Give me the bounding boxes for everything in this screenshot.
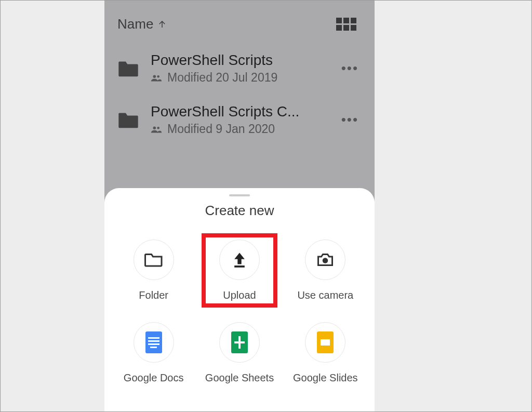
svg-point-1 bbox=[153, 75, 156, 78]
svg-point-4 bbox=[157, 126, 159, 129]
action-grid: Folder Upload bbox=[104, 234, 375, 389]
folder-icon bbox=[117, 111, 139, 129]
action-label: Google Slides bbox=[293, 372, 358, 384]
svg-point-3 bbox=[153, 126, 156, 129]
list-item[interactable]: PowerShell Scripts Modified 20 Jul 2019 … bbox=[104, 43, 375, 94]
file-meta: Modified 9 Jan 2020 bbox=[151, 122, 327, 136]
file-name: PowerShell Scripts bbox=[151, 52, 327, 69]
arrow-up-icon bbox=[157, 20, 167, 29]
folder-icon bbox=[117, 60, 139, 77]
upload-button[interactable]: Upload bbox=[196, 234, 282, 307]
more-options-button[interactable]: ••• bbox=[338, 112, 362, 128]
docs-icon bbox=[134, 322, 174, 363]
svg-point-2 bbox=[157, 75, 159, 77]
camera-icon bbox=[305, 240, 345, 280]
list-header: Name bbox=[104, 1, 375, 43]
file-modified: Modified 9 Jan 2020 bbox=[167, 122, 275, 136]
action-label: Google Sheets bbox=[205, 372, 274, 384]
file-info: PowerShell Scripts C... Modified 9 Jan 2… bbox=[151, 103, 327, 136]
sheet-handle[interactable] bbox=[229, 194, 250, 196]
google-sheets-button[interactable]: Google Sheets bbox=[196, 317, 282, 389]
sheet-title: Create new bbox=[104, 203, 375, 219]
action-label: Use camera bbox=[297, 289, 353, 301]
action-label: Folder bbox=[139, 289, 168, 301]
list-item[interactable]: PowerShell Scripts C... Modified 9 Jan 2… bbox=[104, 94, 375, 145]
more-options-button[interactable]: ••• bbox=[338, 60, 362, 76]
google-slides-button[interactable]: Google Slides bbox=[283, 317, 368, 389]
phone-screen: Name PowerShell Scripts Modified 20 Jul … bbox=[104, 1, 375, 412]
file-meta: Modified 20 Jul 2019 bbox=[151, 71, 327, 85]
slides-icon bbox=[305, 322, 345, 363]
sort-button[interactable]: Name bbox=[117, 16, 167, 32]
use-camera-button[interactable]: Use camera bbox=[283, 234, 368, 307]
shared-icon bbox=[151, 74, 162, 82]
create-new-sheet: Create new Folder Upload bbox=[104, 188, 375, 412]
grid-view-toggle[interactable] bbox=[336, 18, 356, 31]
svg-point-6 bbox=[323, 258, 328, 263]
file-modified: Modified 20 Jul 2019 bbox=[167, 71, 277, 85]
sheets-icon bbox=[219, 322, 260, 363]
sort-label-text: Name bbox=[117, 16, 153, 32]
shared-icon bbox=[151, 126, 162, 133]
file-info: PowerShell Scripts Modified 20 Jul 2019 bbox=[151, 52, 327, 85]
create-folder-button[interactable]: Folder bbox=[111, 234, 196, 307]
google-docs-button[interactable]: Google Docs bbox=[111, 317, 196, 389]
highlight-annotation bbox=[202, 233, 277, 308]
file-name: PowerShell Scripts C... bbox=[151, 103, 327, 120]
action-label: Google Docs bbox=[124, 372, 184, 384]
folder-outline-icon bbox=[134, 240, 174, 280]
